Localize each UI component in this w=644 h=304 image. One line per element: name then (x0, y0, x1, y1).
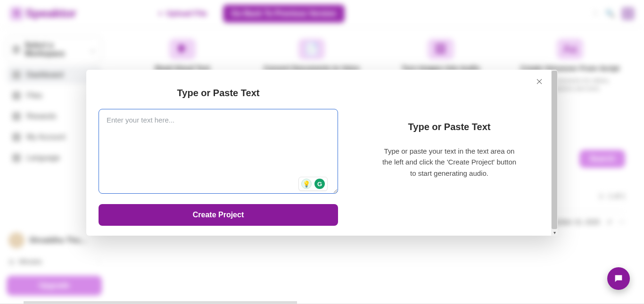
scroll-down-icon[interactable]: ▾ (551, 229, 558, 236)
modal-left-title: Type or Paste Text (99, 88, 338, 99)
chat-fab[interactable] (607, 267, 630, 290)
chat-icon (613, 273, 624, 284)
modal-overlay: ▾ Type or Paste Text 💡 G Create Project … (0, 0, 644, 304)
modal-right-pane: Type or Paste Text Type or paste your te… (350, 70, 558, 236)
close-icon (536, 78, 543, 85)
create-project-button[interactable]: Create Project (99, 204, 338, 226)
modal-right-body: Type or paste your text in the text area… (379, 146, 520, 179)
extension-grammarly-icon[interactable]: G (314, 179, 325, 189)
modal-right-title: Type or Paste Text (364, 122, 534, 132)
extension-lightbulb-icon[interactable]: 💡 (301, 179, 312, 189)
bottom-tab-shadow (24, 301, 160, 304)
type-paste-modal: ▾ Type or Paste Text 💡 G Create Project … (86, 70, 558, 236)
close-button[interactable] (534, 76, 545, 87)
modal-left-pane: Type or Paste Text 💡 G Create Project (86, 70, 350, 236)
bottom-tab-shadow (160, 301, 297, 304)
modal-scrollbar-thumb[interactable] (552, 71, 557, 229)
modal-scrollbar-track[interactable]: ▾ (551, 70, 558, 236)
extension-badges: 💡 G (298, 177, 328, 191)
